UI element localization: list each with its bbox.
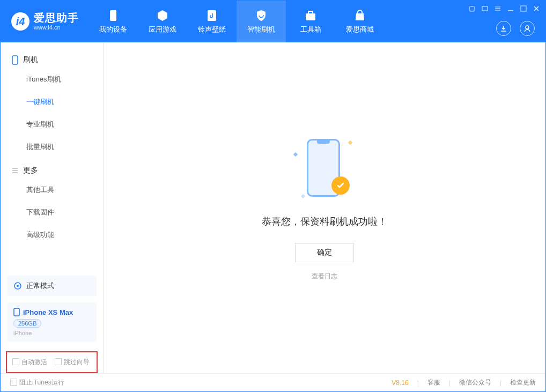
- download-button[interactable]: [496, 21, 511, 36]
- nav-toolbox[interactable]: 工具箱: [286, 1, 335, 42]
- sidebar-item-oneclick-flash[interactable]: 一键刷机: [1, 91, 103, 113]
- music-file-icon: [205, 9, 219, 23]
- sidebar-group-more: 更多: [1, 158, 103, 179]
- footer-link-wechat[interactable]: 微信公众号: [459, 378, 491, 387]
- checkbox-skip-guide[interactable]: 跳过向导: [55, 358, 90, 367]
- list-icon: [11, 167, 19, 174]
- phone-outline-icon: [11, 55, 19, 65]
- logo: i4 爱思助手 www.i4.cn: [1, 1, 88, 42]
- sidebar-group-flash: 刷机: [1, 48, 103, 68]
- toolbox-icon: [304, 9, 318, 23]
- ok-button[interactable]: 确定: [295, 243, 354, 262]
- footer: 阻止iTunes运行 V8.16 | 客服 | 微信公众号 | 检查更新: [1, 373, 545, 391]
- checkmark-badge-icon: [331, 176, 350, 195]
- mode-block[interactable]: 正常模式: [7, 276, 97, 296]
- user-button[interactable]: [520, 21, 535, 36]
- app-name-cn: 爱思助手: [34, 11, 79, 24]
- svg-point-9: [17, 285, 19, 287]
- svg-rect-3: [308, 11, 313, 14]
- sidebar-item-itunes-flash[interactable]: iTunes刷机: [1, 68, 103, 91]
- footer-link-check-update[interactable]: 检查更新: [510, 378, 536, 387]
- svg-point-6: [526, 26, 529, 29]
- header: i4 爱思助手 www.i4.cn 我的设备 应用游戏 铃声壁纸 智能刷机: [1, 1, 545, 42]
- storage-badge: 256GB: [13, 319, 41, 328]
- sidebar-item-batch-flash[interactable]: 批量刷机: [1, 136, 103, 158]
- options-row-highlighted: 自动激活 跳过向导: [6, 351, 98, 373]
- mode-label: 正常模式: [26, 281, 54, 291]
- menu-icon[interactable]: [494, 5, 501, 12]
- success-message: 恭喜您，保资料刷机成功啦！: [262, 215, 387, 228]
- checkbox-block-itunes[interactable]: 阻止iTunes运行: [10, 378, 64, 387]
- footer-link-support[interactable]: 客服: [427, 378, 440, 387]
- minimize-button[interactable]: [507, 5, 514, 12]
- tshirt-icon[interactable]: [468, 5, 476, 12]
- svg-rect-5: [521, 6, 526, 11]
- sidebar-item-other-tools[interactable]: 其他工具: [1, 179, 103, 201]
- checkbox-auto-activate[interactable]: 自动激活: [12, 358, 47, 367]
- bag-icon: [353, 9, 367, 23]
- window-controls: [468, 5, 540, 12]
- device-icon: [13, 308, 20, 316]
- sidebar-item-download-firmware[interactable]: 下载固件: [1, 201, 103, 224]
- device-icon: [106, 9, 120, 23]
- shield-refresh-icon: [254, 9, 268, 23]
- nav-tabs: 我的设备 应用游戏 铃声壁纸 智能刷机 工具箱 爱思商城: [88, 1, 385, 42]
- svg-rect-10: [14, 308, 19, 316]
- content-area: 恭喜您，保资料刷机成功啦！ 确定 查看日志: [104, 42, 545, 373]
- svg-rect-0: [110, 10, 116, 21]
- device-block[interactable]: iPhone XS Max 256GB iPhone: [7, 302, 97, 342]
- nav-store[interactable]: 爱思商城: [335, 1, 385, 42]
- app-window: i4 爱思助手 www.i4.cn 我的设备 应用游戏 铃声壁纸 智能刷机: [0, 0, 546, 392]
- nav-ringtones-wallpapers[interactable]: 铃声壁纸: [187, 1, 237, 42]
- app-name-en: www.i4.cn: [34, 24, 79, 31]
- sidebar-item-pro-flash[interactable]: 专业刷机: [1, 113, 103, 136]
- body: 刷机 iTunes刷机 一键刷机 专业刷机 批量刷机 更多 其他工具 下载固件 …: [1, 42, 545, 373]
- nav-apps-games[interactable]: 应用游戏: [138, 1, 187, 42]
- cube-icon: [156, 9, 169, 23]
- nav-smart-flash[interactable]: 智能刷机: [237, 1, 286, 42]
- svg-rect-7: [12, 56, 18, 64]
- close-button[interactable]: [533, 5, 540, 12]
- device-type: iPhone: [13, 330, 90, 336]
- mini-window-icon[interactable]: [481, 5, 489, 12]
- mode-icon: [13, 282, 22, 290]
- sidebar: 刷机 iTunes刷机 一键刷机 专业刷机 批量刷机 更多 其他工具 下载固件 …: [1, 42, 104, 373]
- version-label: V8.16: [392, 379, 408, 387]
- svg-rect-4: [482, 6, 488, 11]
- logo-icon: i4: [11, 12, 29, 31]
- success-illustration: [290, 135, 359, 204]
- device-name-label: iPhone XS Max: [23, 308, 73, 316]
- maximize-button[interactable]: [520, 5, 527, 12]
- view-log-link[interactable]: 查看日志: [312, 272, 337, 281]
- nav-my-device[interactable]: 我的设备: [88, 1, 138, 42]
- svg-rect-1: [208, 10, 216, 21]
- sidebar-item-advanced[interactable]: 高级功能: [1, 224, 103, 246]
